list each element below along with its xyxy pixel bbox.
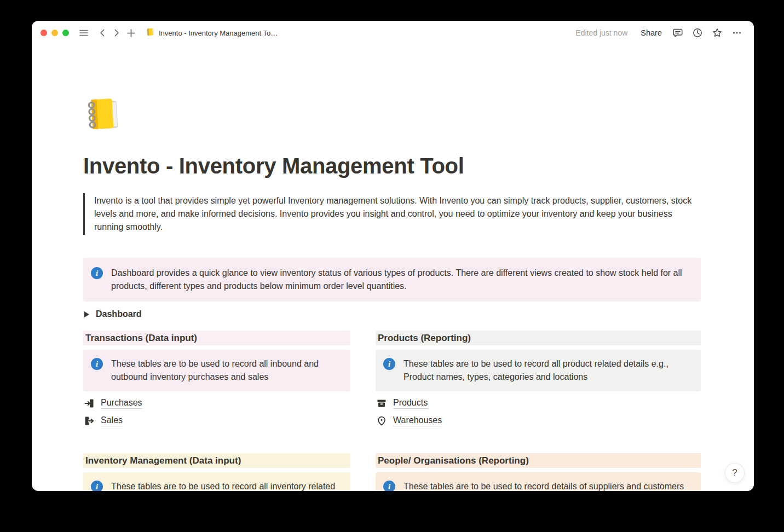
section-inventory-management: Inventory Management (Data input) i Thes… [83, 453, 350, 491]
section-heading: Transactions (Data input) [83, 331, 350, 345]
dashboard-toggle[interactable]: Dashboard [83, 307, 143, 322]
toggle-triangle-icon[interactable] [84, 311, 89, 317]
logout-icon [84, 416, 94, 426]
edited-status: Edited just now [575, 28, 627, 37]
traffic-lights [41, 30, 69, 36]
close-window-button[interactable] [41, 30, 47, 36]
section-heading: People/ Organisations (Reporting) [376, 453, 701, 468]
page-link-label: Warehouses [393, 415, 442, 426]
section-callout-text: These tables are to be used to record de… [403, 480, 684, 491]
info-icon: i [383, 358, 395, 370]
page-link-warehouses[interactable]: Warehouses [376, 414, 442, 427]
section-transactions: Transactions (Data input) i These tables… [83, 331, 350, 432]
section-columns: Transactions (Data input) i These tables… [83, 331, 701, 491]
zoom-window-button[interactable] [62, 30, 69, 36]
current-page-tab[interactable]: Invento - Inventory Management To… [146, 27, 278, 39]
new-page-icon[interactable] [124, 26, 138, 40]
section-products: Products (Reporting) i These tables are … [376, 331, 701, 432]
back-icon[interactable] [95, 26, 109, 40]
page-link-label: Sales [101, 415, 123, 426]
notebook-emoji-icon [146, 27, 155, 39]
section-callout-text: These tables are to be used to record al… [111, 480, 344, 491]
more-icon[interactable] [730, 26, 744, 40]
comments-icon[interactable] [671, 26, 685, 40]
page-body: Invento - Inventory Management Tool Inve… [32, 95, 754, 491]
forward-icon[interactable] [109, 26, 124, 40]
section-callout: i These tables are to be used to record … [376, 472, 701, 491]
share-button[interactable]: Share [637, 26, 665, 39]
archive-box-icon [377, 398, 387, 408]
page-link-label: Purchases [101, 398, 142, 409]
page-link-purchases[interactable]: Purchases [83, 397, 142, 410]
page-link-products[interactable]: Products [376, 397, 428, 410]
info-icon: i [383, 481, 395, 491]
app-window: Invento - Inventory Management To… Edite… [32, 21, 754, 491]
dashboard-callout-text: Dashboard provides a quick glance to vie… [111, 267, 692, 293]
info-icon: i [91, 267, 103, 279]
page-icon-notebook-emoji[interactable] [83, 95, 123, 134]
page-link-sales[interactable]: Sales [83, 414, 123, 427]
page-title: Invento - Inventory Management Tool [83, 153, 701, 179]
section-callout-text: These tables are to be used to record al… [111, 357, 344, 384]
login-icon [84, 398, 94, 408]
help-button[interactable]: ? [725, 463, 745, 483]
info-icon: i [91, 481, 103, 491]
minimize-window-button[interactable] [51, 30, 58, 36]
history-icon[interactable] [690, 26, 705, 40]
section-callout: i These tables are to be used to record … [376, 350, 701, 391]
section-heading: Products (Reporting) [376, 331, 701, 345]
titlebar: Invento - Inventory Management To… Edite… [32, 21, 754, 45]
dashboard-callout: i Dashboard provides a quick glance to v… [83, 258, 701, 302]
section-callout-text: These tables are to be used to record al… [403, 357, 694, 384]
favorite-star-icon[interactable] [710, 26, 724, 40]
section-callout: i These tables are to be used to record … [83, 472, 350, 491]
section-people-organisations: People/ Organisations (Reporting) i Thes… [376, 453, 701, 491]
location-pin-icon [377, 416, 387, 426]
sidebar-menu-icon[interactable] [77, 26, 91, 40]
section-heading: Inventory Management (Data input) [83, 453, 350, 468]
section-callout: i These tables are to be used to record … [83, 350, 350, 391]
page-link-label: Products [393, 398, 428, 409]
info-icon: i [91, 358, 103, 370]
dashboard-toggle-label: Dashboard [96, 309, 142, 319]
page-tab-title: Invento - Inventory Management To… [159, 29, 278, 37]
intro-quote-block: Invento is a tool that provides simple y… [83, 193, 692, 235]
